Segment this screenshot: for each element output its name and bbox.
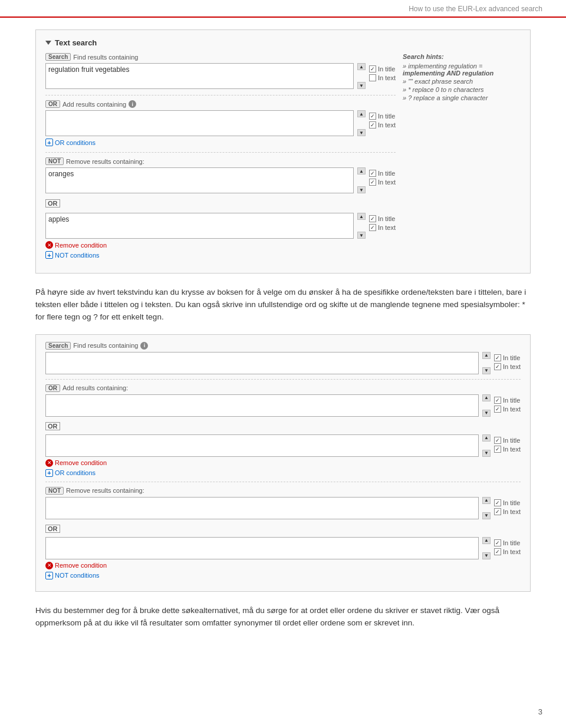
- not2-intitle-2[interactable]: [494, 539, 501, 546]
- not-textarea-1[interactable]: oranges: [45, 167, 354, 193]
- not-in-title-2[interactable]: [369, 215, 376, 222]
- not-badge: NOT: [45, 157, 64, 165]
- s2-in-text[interactable]: [494, 363, 501, 370]
- in-title-row[interactable]: In title: [369, 65, 396, 73]
- or-add-btn-2[interactable]: + OR conditions: [45, 469, 521, 477]
- or-intitle-2-2[interactable]: [494, 437, 501, 444]
- not-in-text-2[interactable]: [369, 224, 376, 231]
- not-scrollbar-2[interactable]: ▲ ▼: [357, 213, 366, 239]
- not2-cb-1: In title In text: [494, 497, 521, 515]
- not2-scroll-down-2[interactable]: ▼: [482, 552, 491, 559]
- search-textarea-2[interactable]: [45, 352, 479, 374]
- not-section-2: NOT Remove results containing: ▲ ▼ In ti…: [45, 487, 521, 579]
- hint-2: "" exact phrase search: [403, 78, 521, 85]
- not-in-text-1[interactable]: [369, 179, 376, 186]
- not-textarea-2[interactable]: apples: [45, 213, 354, 239]
- not2-textarea-1[interactable]: [45, 497, 479, 519]
- or-scroll-up-2-2[interactable]: ▲: [482, 434, 491, 442]
- not2-intitle-1[interactable]: [494, 499, 501, 506]
- or-textarea-2-2[interactable]: [45, 434, 479, 457]
- or-scrollbar-2-1[interactable]: ▲ ▼: [482, 394, 491, 417]
- or-in-text-checkbox[interactable]: [369, 121, 376, 129]
- not2-intitle-2-row[interactable]: In title: [494, 539, 521, 546]
- or-intitle-2-1[interactable]: [494, 397, 501, 404]
- not2-condition-2: ▲ ▼ In title In text: [45, 537, 521, 559]
- s2-in-title-label: In title: [503, 354, 520, 361]
- remove-label: Remove condition: [55, 242, 107, 249]
- or-intext-2-1[interactable]: [494, 406, 501, 413]
- not2-scrollbar-2[interactable]: ▲ ▼: [482, 537, 491, 559]
- or-scroll-down-2-2[interactable]: ▼: [482, 450, 491, 457]
- or-intext-2-1-row[interactable]: In text: [494, 406, 521, 413]
- add-or-conditions-btn[interactable]: + OR conditions: [45, 139, 396, 146]
- not2-intext-1[interactable]: [494, 508, 501, 515]
- not2-cb-2: In title In text: [494, 537, 521, 555]
- or-in-title-label: In title: [378, 113, 395, 120]
- or-in-text-row[interactable]: In text: [369, 121, 396, 129]
- scroll-down-btn[interactable]: ▼: [357, 82, 366, 89]
- or-badge: OR: [45, 100, 60, 108]
- add-not-conditions-btn[interactable]: + NOT conditions: [45, 251, 396, 259]
- or-scroll-up[interactable]: ▲: [357, 110, 366, 117]
- search-scroll-up-2[interactable]: ▲: [482, 352, 491, 359]
- not2-plus-icon: +: [45, 572, 53, 579]
- not-in-title-row-2[interactable]: In title: [369, 215, 396, 222]
- add-or-label: OR conditions: [55, 139, 96, 146]
- not2-scroll-down-1[interactable]: ▼: [482, 512, 491, 519]
- not-in-text-row-1[interactable]: In text: [369, 179, 396, 186]
- not2-remove-btn[interactable]: ✕ Remove condition: [45, 562, 521, 569]
- or-intext-2-2[interactable]: [494, 446, 501, 453]
- body-text-1: På høyre side av hvert tekstvindu kan du…: [35, 286, 531, 324]
- in-title-checkbox[interactable]: [369, 65, 376, 73]
- or-add-label-2: OR conditions: [55, 469, 96, 476]
- or-in-title-checkbox[interactable]: [369, 113, 376, 120]
- in-text-row[interactable]: In text: [369, 74, 396, 81]
- not-scroll-up-1[interactable]: ▲: [357, 167, 366, 174]
- panel-title-1: Text search: [45, 38, 521, 47]
- or-remove-btn-2[interactable]: ✕ Remove condition: [45, 459, 521, 467]
- or-textarea[interactable]: [45, 110, 354, 136]
- or-scroll-up-2-1[interactable]: ▲: [482, 394, 491, 401]
- search-scroll-down-2[interactable]: ▼: [482, 367, 491, 374]
- in-text-checkbox[interactable]: [369, 74, 376, 81]
- or-scrollbar[interactable]: ▲ ▼: [357, 110, 366, 136]
- or-scroll-down-2-1[interactable]: ▼: [482, 410, 491, 417]
- not2-scroll-up-1[interactable]: ▲: [482, 497, 491, 504]
- search-scrollbar-2[interactable]: ▲ ▼: [482, 352, 491, 374]
- s2-in-title-row[interactable]: In title: [494, 354, 521, 361]
- not-label-2: Remove results containing:: [66, 487, 144, 494]
- or-intext-2-2-row[interactable]: In text: [494, 446, 521, 453]
- search-scrollbar[interactable]: ▲ ▼: [357, 63, 366, 89]
- not-in-title-row-1[interactable]: In title: [369, 170, 396, 177]
- or-cb-2-2: In title In text: [494, 434, 521, 453]
- not2-scroll-up-2[interactable]: ▲: [482, 537, 491, 544]
- or-scrollbar-2-2[interactable]: ▲ ▼: [482, 434, 491, 457]
- or-scroll-down[interactable]: ▼: [357, 129, 366, 136]
- not-in-text-row-2[interactable]: In text: [369, 224, 396, 231]
- not-condition-1: oranges ▲ ▼ In title: [45, 167, 396, 193]
- s2-in-text-row[interactable]: In text: [494, 363, 521, 370]
- panel-title-label: Text search: [55, 38, 97, 47]
- not2-add-btn[interactable]: + NOT conditions: [45, 572, 521, 579]
- or-checkboxes: In title In text: [369, 110, 396, 129]
- not2-intitle-1-row[interactable]: In title: [494, 499, 521, 506]
- search-textarea[interactable]: regulation fruit vegetables: [45, 63, 354, 89]
- not2-intext-2-row[interactable]: In text: [494, 548, 521, 555]
- not2-textarea-2[interactable]: [45, 537, 479, 559]
- or-in-title-row[interactable]: In title: [369, 113, 396, 120]
- or-intitle-2-2-row[interactable]: In title: [494, 437, 521, 444]
- remove-condition-btn[interactable]: ✕ Remove condition: [45, 241, 396, 249]
- not2-intext-2[interactable]: [494, 548, 501, 555]
- not-scroll-up-2[interactable]: ▲: [357, 213, 366, 220]
- not-in-title-1[interactable]: [369, 170, 376, 177]
- or-intitle-2-1-row[interactable]: In title: [494, 397, 521, 404]
- not2-scrollbar-1[interactable]: ▲ ▼: [482, 497, 491, 519]
- or-textarea-2-1[interactable]: [45, 394, 479, 417]
- not-in-text-label-1: In text: [378, 179, 396, 186]
- not2-intext-1-row[interactable]: In text: [494, 508, 521, 515]
- not-scroll-down-1[interactable]: ▼: [357, 186, 366, 193]
- scroll-up-btn[interactable]: ▲: [357, 63, 366, 70]
- not-scroll-down-2[interactable]: ▼: [357, 232, 366, 239]
- not-scrollbar-1[interactable]: ▲ ▼: [357, 167, 366, 193]
- s2-in-title[interactable]: [494, 354, 501, 361]
